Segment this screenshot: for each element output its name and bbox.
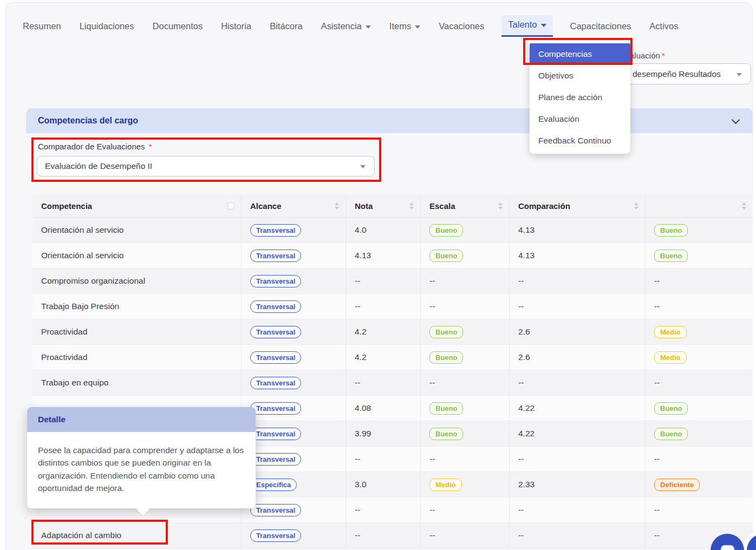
scope-badge: Transversal (250, 377, 301, 389)
menu-item-planes-de-acción[interactable]: Planes de acción (530, 87, 630, 108)
table-cell: -- (346, 523, 421, 548)
escala-badge: Bueno (429, 402, 463, 415)
cell-value: -- (654, 302, 660, 311)
cell-value: 4.13 (518, 251, 535, 260)
tipo-evaluacion-select-value: desempeño Resultados (633, 69, 721, 79)
chevron-down-icon (360, 165, 366, 168)
cell-value: -- (654, 531, 660, 540)
cell-value: 2.6 (518, 352, 530, 362)
cell-value: -- (355, 302, 360, 311)
table-row[interactable]: Orientación al servicioTransversal4.13Bu… (32, 243, 753, 269)
table-cell: -- (421, 269, 510, 293)
scope-badge: Transversal (250, 504, 301, 516)
table-cell: Proactividad (32, 319, 242, 344)
table-row[interactable]: Trabajo en equipoTransversal-------- (32, 370, 753, 396)
cell-value: -- (518, 378, 524, 388)
scope-badge: Transversal (250, 351, 301, 364)
column-label: Nota (355, 201, 373, 211)
table-cell: -- (646, 294, 753, 319)
menu-item-evaluación[interactable]: Evaluación (530, 108, 630, 130)
menu-item-feedback-continuo[interactable]: Feedback Continuo (530, 130, 630, 152)
scope-badge: Transversal (250, 529, 301, 542)
nav-tab-items[interactable]: Items (388, 17, 421, 37)
tooltip-arrow (135, 508, 151, 515)
table-row[interactable]: Adaptación al cambioTransversal-------- (32, 523, 753, 548)
nav-tab-asistencia[interactable]: Asistencia (320, 17, 372, 37)
nav-tab-label: Items (389, 21, 411, 31)
table-cell: Orientación al servicio (32, 218, 242, 243)
table-header: CompetenciaAlcanceNotaEscalaComparación (32, 195, 753, 218)
table-cell: Bueno (421, 243, 510, 268)
cell-value: -- (355, 276, 360, 286)
select-all-checkbox[interactable] (227, 202, 234, 209)
column-header-actions[interactable] (646, 195, 753, 217)
table-row[interactable]: Compromiso organizacionalTransversal----… (32, 269, 753, 294)
cell-value: 4.22 (518, 429, 535, 438)
nav-tab-capacitaciones[interactable]: Capacitaciones (569, 17, 633, 37)
table-cell: -- (421, 523, 510, 548)
column-header-escala[interactable]: Escala (421, 195, 510, 217)
table-cell: Bueno (421, 345, 510, 370)
comparador-select[interactable]: Evaluación de Desempeño II (37, 156, 375, 176)
table-row[interactable]: Orientación al servicioTransversal4.0Bue… (32, 218, 753, 243)
nav-tab-label: Documentos (153, 21, 203, 31)
caret-down-icon (541, 24, 546, 27)
cell-value: Orientación al servicio (41, 225, 123, 235)
table-cell: 2.6 (510, 345, 646, 370)
table-cell: Medio (646, 345, 753, 370)
scope-badge: Transversal (250, 275, 301, 287)
nav-tab-liquidaciones[interactable]: Liquidaciones (79, 17, 135, 37)
sort-icon[interactable] (409, 202, 414, 209)
panel-title: Competencias del cargo (38, 116, 138, 126)
column-label: Competencia (41, 201, 92, 211)
sort-icon[interactable] (742, 202, 746, 209)
menu-item-objetivos[interactable]: Objetivos (530, 65, 630, 87)
cell-value: Proactividad (41, 352, 87, 362)
table-row[interactable]: Trabajo Bajo PresiónTransversal-------- (32, 294, 753, 319)
column-header-nota[interactable]: Nota (346, 195, 421, 217)
table-row[interactable]: ProactividadTransversal4.2Bueno2.6Medio (32, 345, 753, 370)
cell-value: Proactividad (41, 327, 87, 337)
nav-tab-documentos[interactable]: Documentos (152, 17, 204, 37)
table-cell: Transversal (242, 319, 346, 344)
column-header-comparación[interactable]: Comparación (510, 195, 646, 217)
cell-value: -- (518, 505, 524, 515)
nav-tab-historia[interactable]: Historia (220, 17, 252, 37)
sort-icon[interactable] (498, 202, 503, 209)
table-cell: Compromiso organizacional (32, 269, 242, 293)
cell-value: -- (429, 276, 435, 286)
panel-competencias-del-cargo[interactable]: Competencias del cargo (26, 108, 753, 133)
table-cell: Bueno (421, 218, 510, 243)
nav-tab-activos[interactable]: Activos (648, 17, 679, 37)
table-cell: Transversal (242, 370, 346, 395)
scope-badge: Transversal (250, 326, 301, 338)
escala-badge: Bueno (654, 224, 688, 237)
escala-badge: Bueno (429, 326, 463, 338)
table-cell: -- (421, 447, 510, 472)
cell-value: 4.13 (355, 251, 371, 260)
table-cell: 3.99 (346, 421, 421, 446)
column-header-alcance[interactable]: Alcance (242, 195, 346, 217)
table-cell: Transversal (242, 218, 346, 243)
cell-value: 4.2 (355, 327, 367, 337)
nav-tab-bitácora[interactable]: Bitácora (269, 17, 304, 37)
menu-item-competencias[interactable]: Competencias (530, 43, 630, 65)
nav-tab-resumen[interactable]: Resumen (22, 17, 62, 37)
table-cell: 4.2 (346, 319, 421, 344)
nav-tab-talento[interactable]: Talento (501, 15, 552, 37)
cell-value: -- (518, 454, 524, 464)
table-row[interactable]: ProactividadTransversal4.2Bueno2.6Medio (32, 319, 753, 345)
tipo-evaluacion-label: aluación* (630, 51, 665, 60)
table-cell: -- (346, 269, 421, 293)
nav-tab-vacaciones[interactable]: Vacaciones (438, 17, 485, 37)
table-cell: Bueno (646, 243, 753, 268)
sort-icon[interactable] (634, 202, 638, 209)
cell-value: 4.13 (518, 225, 535, 235)
nav-tab-label: Liquidaciones (80, 21, 134, 31)
collapse-chevron-icon[interactable] (732, 116, 740, 125)
table-cell: -- (510, 269, 646, 293)
scope-badge: Transversal (250, 250, 301, 262)
table-cell: -- (510, 370, 646, 395)
talento-dropdown-menu: CompetenciasObjetivosPlanes de acciónEva… (530, 41, 630, 154)
sort-icon[interactable] (335, 202, 339, 209)
